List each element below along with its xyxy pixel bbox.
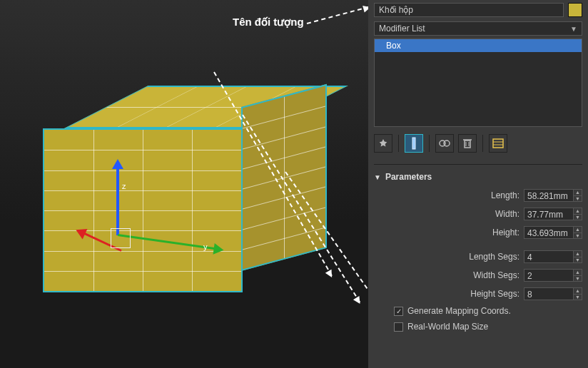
length-spinner[interactable]: 58.281mm ▲▼ [524,189,582,202]
rollout-header[interactable]: ▼ Parameters [374,172,582,182]
length-value[interactable]: 58.281mm [524,189,574,202]
viewport-3d[interactable]: z y Tên đối tượng [0,0,368,368]
axis-z[interactable] [116,168,119,235]
height-segs-spinner[interactable]: 8 ▲▼ [524,287,582,300]
svg-rect-7 [493,139,503,148]
parameters-rollout: ▼ Parameters Length: 58.281mm ▲▼ Width: … [374,164,582,332]
box-object[interactable] [43,86,328,300]
axis-y-label: y [203,242,208,251]
height-label: Height: [492,228,519,237]
box-face-front [43,128,243,292]
real-world-checkbox[interactable] [394,322,403,332]
spinner-down-icon[interactable]: ▼ [574,276,582,282]
spinner-down-icon[interactable]: ▼ [574,257,582,263]
spinner-down-icon[interactable]: ▼ [574,196,582,202]
width-label: Width: [495,209,519,219]
pin-stack-button[interactable] [374,134,392,153]
make-unique-button[interactable] [435,134,454,153]
spinner-down-icon[interactable]: ▼ [574,233,582,239]
height-segs-label: Height Segs: [470,289,519,299]
object-color-swatch[interactable] [568,3,582,17]
rollout-title: Parameters [385,172,432,182]
length-label: Length: [491,190,519,200]
show-end-result-button[interactable] [405,134,423,153]
spinner-up-icon[interactable]: ▲ [574,251,582,257]
triangle-down-icon: ▼ [374,173,381,181]
remove-modifier-button[interactable] [458,134,477,153]
object-name-input[interactable]: Khối hộp [374,3,564,17]
stack-toolbar [374,133,582,154]
modifier-stack[interactable]: Box [374,39,582,127]
gizmo-center[interactable] [111,228,131,248]
generate-mapping-checkbox[interactable]: ✓ [394,307,403,316]
generate-mapping-label: Generate Mapping Coords. [407,306,511,316]
spinner-down-icon[interactable]: ▼ [574,295,582,300]
width-spinner[interactable]: 37.77mm ▲▼ [524,208,582,220]
spinner-up-icon[interactable]: ▲ [574,208,582,215]
height-spinner[interactable]: 43.693mm ▲▼ [524,226,582,239]
modifier-list-dropdown[interactable]: Modifier List ▼ [374,21,582,36]
spinner-down-icon[interactable]: ▼ [574,215,582,220]
chevron-down-icon: ▼ [570,25,577,33]
real-world-label: Real-World Map Size [407,322,488,332]
spinner-up-icon[interactable]: ▲ [574,227,582,233]
annotation-object-name: Tên đối tượng [233,16,304,29]
svg-rect-3 [465,140,470,148]
command-panel: Khối hộp Modifier List ▼ Box ▼ Paramet [368,0,588,368]
width-value[interactable]: 37.77mm [524,208,574,220]
svg-rect-0 [412,138,415,149]
spinner-up-icon[interactable]: ▲ [574,270,582,276]
annotation-arrow [307,6,369,24]
width-segs-label: Width Segs: [473,270,519,280]
modifier-list-label: Modifier List [379,24,425,34]
spinner-up-icon[interactable]: ▲ [574,288,582,295]
width-segs-value[interactable]: 2 [524,269,574,282]
svg-point-2 [444,140,450,146]
height-value[interactable]: 43.693mm [524,226,574,239]
configure-sets-button[interactable] [489,134,507,153]
width-segs-spinner[interactable]: 2 ▲▼ [524,269,582,282]
height-segs-value[interactable]: 8 [524,287,574,300]
length-segs-value[interactable]: 4 [524,250,574,263]
stack-item-box[interactable]: Box [375,39,582,52]
spinner-up-icon[interactable]: ▲ [574,190,582,196]
axis-z-label: z [122,182,126,190]
length-segs-label: Length Segs: [469,252,519,262]
length-segs-spinner[interactable]: 4 ▲▼ [524,250,582,263]
